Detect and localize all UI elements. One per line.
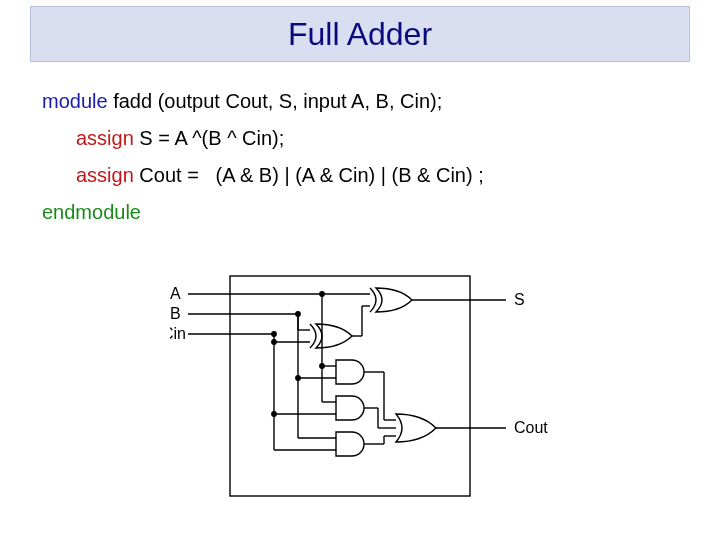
or-gate-icon xyxy=(396,414,436,442)
label-input-a: A xyxy=(170,285,181,302)
label-input-cin: Cin xyxy=(170,325,186,342)
xor-gate-icon xyxy=(310,324,352,348)
keyword-assign: assign xyxy=(76,127,134,149)
slide-title: Full Adder xyxy=(288,16,432,53)
assign-cout-expr: Cout = (A & B) | (A & Cin) | (B & Cin) ; xyxy=(134,164,484,186)
assign-s-expr: S = A ^(B ^ Cin); xyxy=(134,127,285,149)
label-output-s: S xyxy=(514,291,525,308)
keyword-assign: assign xyxy=(76,164,134,186)
svg-rect-0 xyxy=(230,276,470,496)
and-gate-icon xyxy=(336,396,364,420)
code-line-assign-cout: assign Cout = (A & B) | (A & Cin) | (B &… xyxy=(42,162,484,189)
title-bar: Full Adder xyxy=(30,6,690,62)
code-block: module fadd (output Cout, S, input A, B,… xyxy=(42,78,484,236)
code-line-endmodule: endmodule xyxy=(42,199,484,226)
label-output-cout: Cout xyxy=(514,419,548,436)
label-input-b: B xyxy=(170,305,181,322)
and-gate-icon xyxy=(336,432,364,456)
code-line-assign-s: assign S = A ^(B ^ Cin); xyxy=(42,125,484,152)
full-adder-schematic: A B Cin xyxy=(170,270,550,510)
keyword-endmodule: endmodule xyxy=(42,201,141,223)
and-gate-icon xyxy=(336,360,364,384)
xor-gate-icon xyxy=(370,288,412,312)
keyword-module: module xyxy=(42,90,108,112)
module-declaration: fadd (output Cout, S, input A, B, Cin); xyxy=(108,90,443,112)
code-line-module: module fadd (output Cout, S, input A, B,… xyxy=(42,88,484,115)
